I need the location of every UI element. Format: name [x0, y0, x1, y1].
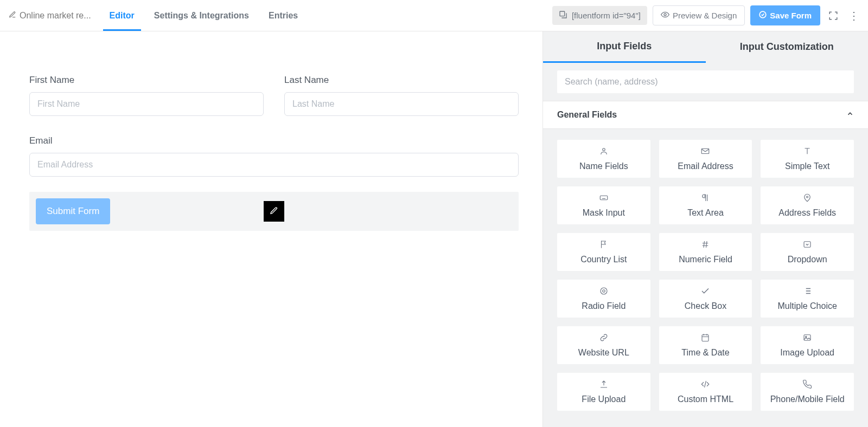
svg-rect-0	[560, 11, 565, 16]
search-wrap	[543, 63, 868, 101]
first-name-input[interactable]	[29, 92, 264, 116]
general-fields-section[interactable]: General Fields	[543, 101, 868, 129]
field-card-upload[interactable]: File Upload	[557, 373, 650, 411]
field-card-label: Simple Text	[785, 161, 829, 171]
field-card-keyboard[interactable]: Mask Input	[557, 186, 650, 224]
form-title: Online market re...	[20, 11, 91, 21]
email-input[interactable]	[29, 153, 519, 177]
paragraph-icon	[700, 193, 710, 203]
field-card-pin[interactable]: Address Fields	[761, 186, 854, 224]
phone-icon	[802, 379, 812, 389]
field-card-code[interactable]: Custom HTML	[659, 373, 752, 411]
last-name-label: Last Name	[284, 75, 519, 86]
tab-settings[interactable]: Settings & Integrations	[154, 1, 249, 30]
copy-icon	[559, 10, 567, 21]
list-icon	[802, 286, 812, 296]
field-card-mail[interactable]: Email Address	[659, 140, 752, 178]
user-icon	[599, 146, 609, 156]
chevron-up-icon	[846, 110, 854, 120]
field-card-calendar[interactable]: Time & Date	[659, 326, 752, 364]
field-card-label: Check Box	[685, 301, 726, 311]
tab-entries[interactable]: Entries	[269, 1, 298, 30]
submit-block[interactable]: Submit Form	[29, 192, 519, 231]
check-circle-icon	[759, 11, 767, 20]
top-tabs: Editor Settings & Integrations Entries	[110, 1, 298, 30]
field-card-label: Numeric Field	[679, 255, 732, 264]
first-name-group[interactable]: First Name	[29, 75, 264, 116]
email-group[interactable]: Email	[29, 135, 519, 177]
link-icon	[599, 333, 609, 342]
field-card-label: Mask Input	[583, 208, 625, 218]
pin-icon	[802, 193, 812, 203]
topbar: Online market re... Editor Settings & In…	[0, 0, 868, 31]
field-card-label: Image Upload	[780, 348, 834, 358]
top-actions: [fluentform id="94"] Preview & Design Sa…	[552, 5, 861, 25]
tab-editor[interactable]: Editor	[110, 1, 135, 30]
submit-button[interactable]: Submit Form	[36, 198, 110, 224]
fullscreen-icon[interactable]	[826, 8, 841, 23]
preview-button[interactable]: Preview & Design	[653, 5, 745, 25]
name-row: First Name Last Name	[29, 75, 519, 116]
radio-icon	[599, 286, 609, 296]
save-button[interactable]: Save Form	[750, 5, 820, 25]
field-card-list[interactable]: Multiple Choice	[761, 280, 854, 318]
field-card-phone[interactable]: Phone/Mobile Field	[761, 373, 854, 411]
field-card-label: File Upload	[582, 394, 626, 404]
field-card-paragraph[interactable]: Text Area	[659, 186, 752, 224]
eye-icon	[661, 10, 669, 21]
field-card-link[interactable]: Website URL	[557, 326, 650, 364]
calendar-icon	[700, 333, 710, 342]
email-label: Email	[29, 135, 519, 146]
flag-icon	[599, 240, 609, 249]
field-card-label: Radio Field	[582, 301, 626, 311]
pencil-icon	[270, 206, 278, 217]
search-input[interactable]	[557, 70, 854, 93]
form-title-wrap[interactable]: Online market re...	[9, 11, 91, 21]
field-card-label: Name Fields	[579, 161, 628, 171]
shortcode-text: [fluentform id="94"]	[572, 11, 641, 20]
field-card-check[interactable]: Check Box	[659, 280, 752, 318]
main: First Name Last Name Email Submit Form I…	[0, 31, 868, 427]
field-card-dropdown[interactable]: Dropdown	[761, 233, 854, 271]
code-icon	[700, 379, 710, 389]
field-card-label: Phone/Mobile Field	[770, 394, 845, 404]
section-title: General Fields	[557, 110, 617, 120]
field-card-image[interactable]: Image Upload	[761, 326, 854, 364]
form-canvas: First Name Last Name Email Submit Form	[0, 31, 542, 427]
first-name-label: First Name	[29, 75, 264, 86]
field-card-label: Dropdown	[788, 255, 827, 264]
field-card-label: Address Fields	[778, 208, 836, 218]
field-card-label: Country List	[580, 255, 627, 264]
shortcode-box[interactable]: [fluentform id="94"]	[552, 6, 647, 25]
check-icon	[700, 286, 710, 296]
upload-icon	[599, 379, 609, 389]
sidebar-tabs: Input Fields Input Customization	[543, 31, 868, 63]
image-icon	[802, 333, 812, 342]
field-card-radio[interactable]: Radio Field	[557, 280, 650, 318]
field-card-hash[interactable]: Numeric Field	[659, 233, 752, 271]
mail-icon	[700, 146, 710, 156]
field-card-flag[interactable]: Country List	[557, 233, 650, 271]
pencil-icon	[9, 11, 16, 21]
fields-grid: Name Fields Email Address Simple Text Ma…	[543, 129, 868, 422]
sidebar-tab-input-fields[interactable]: Input Fields	[543, 31, 706, 63]
sidebar: Input Fields Input Customization General…	[542, 31, 868, 427]
dropdown-icon	[802, 240, 812, 249]
field-card-label: Email Address	[678, 161, 733, 171]
field-card-label: Website URL	[578, 348, 629, 358]
field-card-text[interactable]: Simple Text	[761, 140, 854, 178]
last-name-group[interactable]: Last Name	[284, 75, 519, 116]
edit-handle[interactable]	[264, 201, 284, 222]
field-card-label: Multiple Choice	[777, 301, 837, 311]
sidebar-tab-customization[interactable]: Input Customization	[706, 31, 869, 63]
field-card-label: Time & Date	[681, 348, 729, 358]
field-card-label: Text Area	[687, 208, 724, 218]
field-card-label: Custom HTML	[678, 394, 733, 404]
more-menu-icon[interactable]: ⋮	[846, 8, 861, 23]
keyboard-icon	[599, 193, 609, 203]
hash-icon	[700, 240, 710, 249]
text-icon	[802, 146, 812, 156]
field-card-user[interactable]: Name Fields	[557, 140, 650, 178]
last-name-input[interactable]	[284, 92, 519, 116]
svg-point-1	[664, 14, 666, 16]
